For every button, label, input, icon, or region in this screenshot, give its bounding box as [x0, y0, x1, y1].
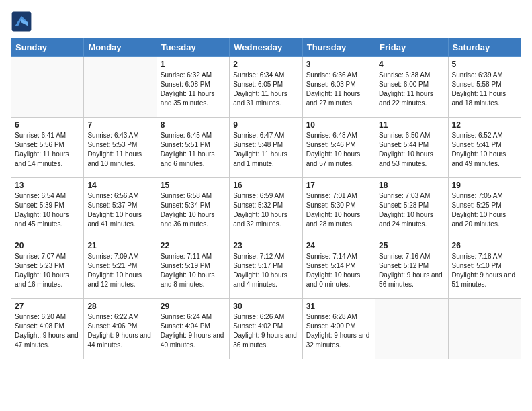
- calendar-cell: 14Sunrise: 6:56 AM Sunset: 5:37 PM Dayli…: [84, 178, 157, 238]
- day-info: Sunrise: 6:50 AM Sunset: 5:44 PM Dayligh…: [379, 131, 444, 169]
- day-info: Sunrise: 6:47 AM Sunset: 5:48 PM Dayligh…: [233, 131, 298, 169]
- day-number: 8: [161, 120, 226, 130]
- day-number: 11: [379, 120, 444, 130]
- day-info: Sunrise: 6:48 AM Sunset: 5:46 PM Dayligh…: [306, 131, 371, 169]
- day-number: 30: [233, 302, 298, 311]
- day-info: Sunrise: 7:03 AM Sunset: 5:28 PM Dayligh…: [379, 191, 444, 229]
- calendar-header-row: SundayMondayTuesdayWednesdayThursdayFrid…: [11, 38, 521, 57]
- calendar-cell: 2Sunrise: 6:34 AM Sunset: 6:05 PM Daylig…: [230, 57, 302, 118]
- day-info: Sunrise: 6:34 AM Sunset: 6:05 PM Dayligh…: [233, 71, 298, 108]
- day-info: Sunrise: 6:52 AM Sunset: 5:41 PM Dayligh…: [452, 131, 517, 169]
- calendar-week-row: 1Sunrise: 6:32 AM Sunset: 6:08 PM Daylig…: [11, 57, 521, 118]
- calendar-cell: 29Sunrise: 6:24 AM Sunset: 4:04 PM Dayli…: [157, 299, 229, 359]
- calendar-cell: 21Sunrise: 7:09 AM Sunset: 5:21 PM Dayli…: [84, 238, 157, 299]
- calendar-cell: 13Sunrise: 6:54 AM Sunset: 5:39 PM Dayli…: [11, 178, 84, 238]
- day-number: 5: [452, 60, 517, 69]
- day-number: 14: [87, 181, 152, 190]
- day-info: Sunrise: 7:11 AM Sunset: 5:19 PM Dayligh…: [161, 252, 226, 289]
- day-number: 10: [306, 120, 371, 130]
- day-info: Sunrise: 6:28 AM Sunset: 4:00 PM Dayligh…: [306, 312, 371, 350]
- calendar-week-row: 6Sunrise: 6:41 AM Sunset: 5:56 PM Daylig…: [11, 118, 521, 178]
- day-number: 25: [379, 241, 444, 250]
- day-info: Sunrise: 6:41 AM Sunset: 5:56 PM Dayligh…: [15, 131, 80, 169]
- day-info: Sunrise: 7:09 AM Sunset: 5:21 PM Dayligh…: [87, 252, 152, 289]
- day-number: 12: [452, 120, 517, 130]
- calendar-cell: 16Sunrise: 6:59 AM Sunset: 5:32 PM Dayli…: [230, 178, 302, 238]
- calendar-cell: [375, 299, 448, 359]
- day-number: 18: [379, 181, 444, 190]
- day-info: Sunrise: 6:45 AM Sunset: 5:51 PM Dayligh…: [161, 131, 226, 169]
- day-info: Sunrise: 7:05 AM Sunset: 5:25 PM Dayligh…: [452, 191, 517, 229]
- day-info: Sunrise: 6:22 AM Sunset: 4:06 PM Dayligh…: [87, 312, 152, 350]
- calendar-cell: 25Sunrise: 7:16 AM Sunset: 5:12 PM Dayli…: [375, 238, 448, 299]
- day-info: Sunrise: 6:43 AM Sunset: 5:53 PM Dayligh…: [87, 131, 152, 169]
- day-info: Sunrise: 7:18 AM Sunset: 5:10 PM Dayligh…: [452, 252, 517, 289]
- day-info: Sunrise: 6:58 AM Sunset: 5:34 PM Dayligh…: [161, 191, 226, 229]
- calendar-cell: 8Sunrise: 6:45 AM Sunset: 5:51 PM Daylig…: [157, 118, 229, 178]
- day-info: Sunrise: 7:01 AM Sunset: 5:30 PM Dayligh…: [306, 191, 371, 229]
- day-number: 15: [161, 181, 226, 190]
- calendar-cell: 15Sunrise: 6:58 AM Sunset: 5:34 PM Dayli…: [157, 178, 229, 238]
- day-number: 16: [233, 181, 298, 190]
- day-header-sunday: Sunday: [11, 38, 84, 57]
- calendar-cell: 11Sunrise: 6:50 AM Sunset: 5:44 PM Dayli…: [375, 118, 448, 178]
- day-number: 9: [233, 120, 298, 130]
- day-header-thursday: Thursday: [302, 38, 375, 57]
- calendar-cell: 18Sunrise: 7:03 AM Sunset: 5:28 PM Dayli…: [375, 178, 448, 238]
- day-info: Sunrise: 6:59 AM Sunset: 5:32 PM Dayligh…: [233, 191, 298, 229]
- day-info: Sunrise: 6:20 AM Sunset: 4:08 PM Dayligh…: [15, 312, 80, 350]
- page-header: [11, 11, 521, 32]
- day-info: Sunrise: 6:38 AM Sunset: 6:00 PM Dayligh…: [379, 71, 444, 108]
- calendar-cell: 26Sunrise: 7:18 AM Sunset: 5:10 PM Dayli…: [448, 238, 521, 299]
- day-number: 22: [161, 241, 226, 250]
- day-number: 7: [87, 120, 152, 130]
- calendar-cell: 20Sunrise: 7:07 AM Sunset: 5:23 PM Dayli…: [11, 238, 84, 299]
- calendar-cell: 22Sunrise: 7:11 AM Sunset: 5:19 PM Dayli…: [157, 238, 229, 299]
- day-number: 19: [452, 181, 517, 190]
- day-info: Sunrise: 6:56 AM Sunset: 5:37 PM Dayligh…: [87, 191, 152, 229]
- calendar-cell: 5Sunrise: 6:39 AM Sunset: 5:58 PM Daylig…: [448, 57, 521, 118]
- day-number: 24: [306, 241, 371, 250]
- day-number: 21: [87, 241, 152, 250]
- day-info: Sunrise: 6:32 AM Sunset: 6:08 PM Dayligh…: [161, 71, 226, 108]
- day-number: 29: [161, 302, 226, 311]
- calendar-cell: 4Sunrise: 6:38 AM Sunset: 6:00 PM Daylig…: [375, 57, 448, 118]
- calendar-cell: 3Sunrise: 6:36 AM Sunset: 6:03 PM Daylig…: [302, 57, 375, 118]
- day-header-wednesday: Wednesday: [230, 38, 302, 57]
- day-header-friday: Friday: [375, 38, 448, 57]
- day-number: 28: [87, 302, 152, 311]
- day-number: 27: [15, 302, 80, 311]
- day-info: Sunrise: 7:14 AM Sunset: 5:14 PM Dayligh…: [306, 252, 371, 289]
- calendar-cell: 19Sunrise: 7:05 AM Sunset: 5:25 PM Dayli…: [448, 178, 521, 238]
- calendar-week-row: 13Sunrise: 6:54 AM Sunset: 5:39 PM Dayli…: [11, 178, 521, 238]
- day-number: 20: [15, 241, 80, 250]
- day-number: 31: [306, 302, 371, 311]
- day-info: Sunrise: 7:12 AM Sunset: 5:17 PM Dayligh…: [233, 252, 298, 289]
- calendar-cell: 9Sunrise: 6:47 AM Sunset: 5:48 PM Daylig…: [230, 118, 302, 178]
- calendar-cell: 27Sunrise: 6:20 AM Sunset: 4:08 PM Dayli…: [11, 299, 84, 359]
- calendar-cell: 23Sunrise: 7:12 AM Sunset: 5:17 PM Dayli…: [230, 238, 302, 299]
- day-number: 3: [306, 60, 371, 69]
- day-number: 23: [233, 241, 298, 250]
- logo-icon: [11, 11, 32, 32]
- calendar-cell: 30Sunrise: 6:26 AM Sunset: 4:02 PM Dayli…: [230, 299, 302, 359]
- calendar-table: SundayMondayTuesdayWednesdayThursdayFrid…: [11, 38, 521, 359]
- calendar-cell: 31Sunrise: 6:28 AM Sunset: 4:00 PM Dayli…: [302, 299, 375, 359]
- day-header-saturday: Saturday: [448, 38, 521, 57]
- calendar-cell: [448, 299, 521, 359]
- calendar-cell: 28Sunrise: 6:22 AM Sunset: 4:06 PM Dayli…: [84, 299, 157, 359]
- calendar-cell: 6Sunrise: 6:41 AM Sunset: 5:56 PM Daylig…: [11, 118, 84, 178]
- calendar-cell: 7Sunrise: 6:43 AM Sunset: 5:53 PM Daylig…: [84, 118, 157, 178]
- day-number: 2: [233, 60, 298, 69]
- day-info: Sunrise: 6:36 AM Sunset: 6:03 PM Dayligh…: [306, 71, 371, 108]
- day-info: Sunrise: 6:54 AM Sunset: 5:39 PM Dayligh…: [15, 191, 80, 229]
- day-number: 17: [306, 181, 371, 190]
- logo: [11, 11, 35, 32]
- day-header-monday: Monday: [84, 38, 157, 57]
- calendar-week-row: 20Sunrise: 7:07 AM Sunset: 5:23 PM Dayli…: [11, 238, 521, 299]
- day-number: 1: [161, 60, 226, 69]
- day-info: Sunrise: 6:39 AM Sunset: 5:58 PM Dayligh…: [452, 71, 517, 108]
- day-number: 26: [452, 241, 517, 250]
- calendar-cell: 12Sunrise: 6:52 AM Sunset: 5:41 PM Dayli…: [448, 118, 521, 178]
- day-number: 4: [379, 60, 444, 69]
